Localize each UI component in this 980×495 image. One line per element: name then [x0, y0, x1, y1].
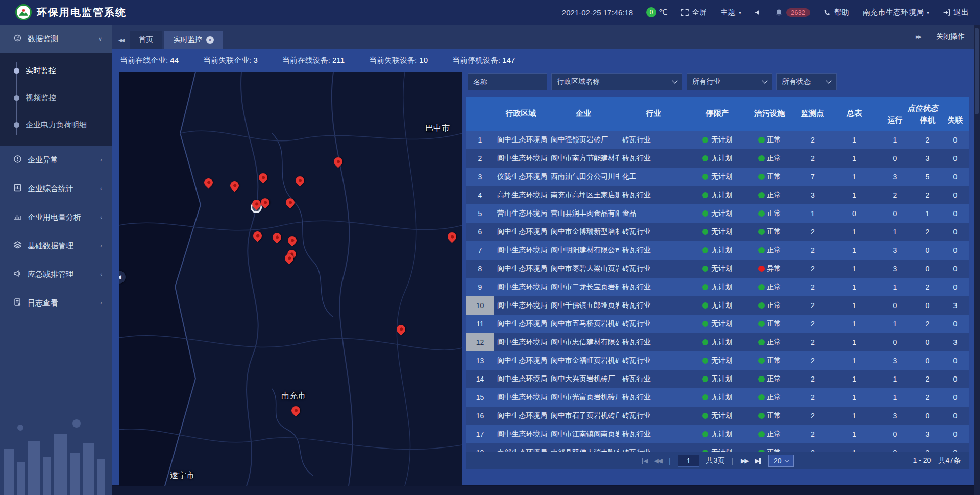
- name-search-input[interactable]: [468, 73, 547, 90]
- production-limit-cell: 无计划: [688, 443, 747, 452]
- tabs-scroll-left-button[interactable]: ◀◀: [112, 32, 130, 49]
- table-row[interactable]: 1阆中生态环境局阆中强锐页岩砖厂砖瓦行业无计划正常21120: [466, 131, 969, 149]
- table-row[interactable]: 10阆中生态环境局阆中千佛镇五郎垭页岩砖瓦行业无计划正常21003: [466, 296, 969, 315]
- table-row[interactable]: 17阆中生态环境局阆中市江南镇阆南页岩砖瓦行业无计划正常21030: [466, 425, 969, 443]
- logout-button[interactable]: 退出: [943, 8, 969, 17]
- sidebar-subitem-视频监控[interactable]: 视频监控: [0, 84, 112, 111]
- row-number-cell: 11: [466, 315, 494, 333]
- tabs-scroll-right-button[interactable]: ▶▶: [910, 29, 927, 45]
- pager-divider: |: [731, 457, 733, 465]
- tab-实时监控[interactable]: 实时监控×: [164, 31, 223, 49]
- sidebar-subitem-实时监控[interactable]: 实时监控: [0, 57, 112, 84]
- table-row[interactable]: 6阆中生态环境局阆中市金博瑞新型墙材砖瓦行业无计划正常21120: [466, 223, 969, 241]
- stats-bar: 当前在线企业: 44当前失联企业: 3当前在线设备: 211当前失联设备: 10…: [112, 49, 980, 72]
- table-row[interactable]: 7阆中生态环境局阆中明阳建材有限公司砖瓦行业无计划正常21300: [466, 241, 969, 260]
- row-number-cell: 6: [466, 223, 494, 241]
- industry-cell: 砖瓦行业: [619, 186, 688, 204]
- tab-首页[interactable]: 首页: [130, 31, 162, 49]
- monitor-count-cell: 2: [793, 241, 832, 260]
- status-dot-green: [758, 210, 765, 217]
- production-limit-cell: 无计划: [688, 168, 747, 186]
- region-cell: 阆中生态环境局: [494, 315, 548, 333]
- row-number-cell: 2: [466, 149, 494, 168]
- total-meter-cell: 1: [832, 351, 876, 370]
- sidebar-item-label: 企业用电量分析: [28, 213, 81, 222]
- stopped-count-cell: 0: [914, 351, 942, 370]
- stat-item: 当前失联设备: 10: [369, 56, 428, 65]
- region-cell: 阆中生态环境局: [494, 260, 548, 278]
- notifications-button[interactable]: 2632: [775, 8, 810, 17]
- running-count-cell: 3: [876, 407, 914, 425]
- running-count-cell: 1: [876, 388, 914, 407]
- table-row[interactable]: 2阆中生态环境局阆中市南方节能建材有砖瓦行业无计划正常21030: [466, 149, 969, 168]
- table-header: 行政区域企业行业停限产治污设施监测点总表点位状态运行停机失联: [466, 97, 969, 131]
- table-row[interactable]: 12阆中生态环境局阆中市忠信建材有限公砖瓦行业无计划正常21003: [466, 333, 969, 351]
- prev-page-button[interactable]: ◀◀: [654, 457, 661, 464]
- table-row[interactable]: 8阆中生态环境局阆中市枣碧大梁山页岩砖瓦行业无计划异常21300: [466, 260, 969, 278]
- industry-cell: 化工: [619, 168, 688, 186]
- pollution-facility-cell: 正常: [747, 186, 793, 204]
- sidebar-item-7[interactable]: 日志查看‹: [0, 289, 112, 317]
- table-row[interactable]: 11阆中生态环境局阆中市五马桥页岩机砖砖瓦行业无计划正常21120: [466, 315, 969, 333]
- point-status-group-header: 点位状态运行停机失联: [876, 97, 969, 131]
- industry-select[interactable]: 所有行业: [687, 73, 772, 90]
- datetime: 2021-02-25 17:46:18: [562, 8, 633, 17]
- company-cell: 南部县双佛大消土陶有限公: [548, 443, 619, 452]
- sidebar-item-5[interactable]: 基础数据管理‹: [0, 231, 112, 260]
- status-dot-green: [702, 339, 708, 345]
- chevron-down-icon: ▾: [739, 10, 741, 15]
- mute-button[interactable]: [754, 9, 762, 16]
- map-panel[interactable]: ◀ 巴中市南充市遂宁市: [119, 72, 462, 486]
- row-number-cell: 7: [466, 241, 494, 260]
- production-limit-cell: 无计划: [688, 260, 747, 278]
- region-cell: 阆中生态环境局: [494, 278, 548, 296]
- sidebar-item-3[interactable]: 企业综合统计‹: [0, 174, 112, 203]
- industry-cell: 砖瓦行业: [619, 425, 688, 443]
- table-row[interactable]: 15阆中生态环境局阆中市光富页岩机砖厂砖瓦行业无计划正常21120: [466, 388, 969, 407]
- sidebar-item-4[interactable]: 企业用电量分析‹: [0, 203, 112, 231]
- sidebar-item-1[interactable]: 数据监测∨: [0, 25, 112, 53]
- fullscreen-button[interactable]: 全屏: [681, 8, 707, 17]
- first-page-button[interactable]: ◀: [641, 457, 647, 464]
- table-row[interactable]: 3仪陇生态环境局西南油气田分公司川中化工无计划正常71350: [466, 168, 969, 186]
- page-number-input[interactable]: [678, 455, 699, 467]
- tab-close-icon[interactable]: ×: [206, 36, 214, 44]
- help-button[interactable]: 帮助: [823, 8, 849, 17]
- page-scrollbar[interactable]: [974, 25, 980, 495]
- app-window: 环保用电监管系统 2021-02-25 17:46:18 0 ℃ 全屏 主题▾ …: [0, 0, 980, 495]
- region-select[interactable]: 行政区域名称: [551, 73, 682, 90]
- scrollbar-thumb[interactable]: [975, 28, 979, 114]
- sidebar-item-6[interactable]: 应急减排管理‹: [0, 260, 112, 289]
- table-row[interactable]: 14阆中生态环境局阆中大兴页岩机砖厂砖瓦行业无计划正常21120: [466, 370, 969, 388]
- lost-count-cell: 0: [942, 407, 969, 425]
- company-cell: 阆中市忠信建材有限公: [548, 333, 619, 351]
- page-size-select[interactable]: 20: [768, 455, 794, 467]
- table-row[interactable]: 5营山生态环境局营山县润丰肉食品有限食品无计划正常10010: [466, 204, 969, 223]
- status-select[interactable]: 所有状态: [776, 73, 837, 90]
- lost-count-cell: 0: [942, 278, 969, 296]
- close-operations-button[interactable]: 关闭操作: [936, 32, 965, 41]
- total-meter-cell: 1: [832, 241, 876, 260]
- table-row[interactable]: 4高坪生态环境局南充市高坪区王家店建砖瓦行业无计划正常31220: [466, 186, 969, 204]
- total-meter-cell: 1: [832, 425, 876, 443]
- notification-count-badge: 2632: [786, 8, 810, 17]
- lost-count-cell: 0: [942, 186, 969, 204]
- monitor-count-cell: 2: [793, 223, 832, 241]
- sidebar-subitem-企业电力负荷明细[interactable]: 企业电力负荷明细: [0, 111, 112, 138]
- table-row[interactable]: 9阆中生态环境局阆中市二龙长宝页岩砖砖瓦行业无计划正常21120: [466, 278, 969, 296]
- sidebar-item-2[interactable]: 企业异常‹: [0, 146, 112, 174]
- map-roads: [119, 72, 462, 486]
- row-number-cell: 3: [466, 168, 494, 186]
- table-row[interactable]: 16阆中生态环境局阆中市石子页岩机砖厂砖瓦行业无计划正常21300: [466, 407, 969, 425]
- org-menu[interactable]: 南充市生态环境局▾: [863, 8, 929, 17]
- table-row[interactable]: 18南部生态环境局南部县双佛大消土陶有限公砖瓦行业无计划正常21030: [466, 443, 969, 452]
- sidebar-subitem-label: 企业电力负荷明细: [26, 120, 87, 130]
- table-row[interactable]: 13阆中生态环境局阆中市金福旺页岩机砖砖瓦行业无计划正常21300: [466, 351, 969, 370]
- total-meter-cell: 0: [832, 204, 876, 223]
- sub-column-header-停机: 停机: [914, 114, 942, 127]
- theme-menu[interactable]: 主题▾: [720, 8, 741, 17]
- last-page-button[interactable]: ▶: [755, 457, 761, 464]
- next-page-button[interactable]: ▶▶: [741, 457, 748, 464]
- city-label: 遂宁市: [170, 470, 194, 481]
- running-count-cell: 3: [876, 241, 914, 260]
